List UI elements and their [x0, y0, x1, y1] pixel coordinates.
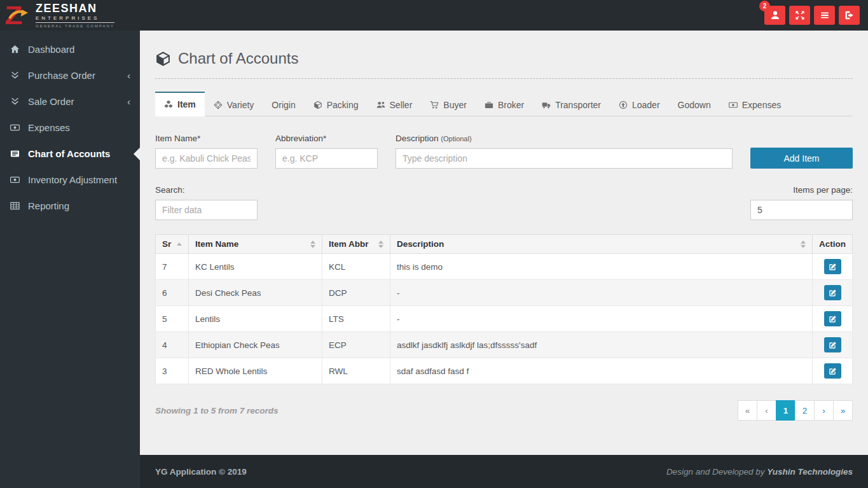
sidebar-item-expenses[interactable]: Expenses: [0, 115, 140, 141]
sort-icon[interactable]: [801, 241, 806, 248]
description-input[interactable]: [396, 148, 733, 169]
sidebar-item-chart-of-accounts[interactable]: Chart of Accounts: [0, 141, 140, 167]
sidebar-item-sale-order[interactable]: Sale Order‹: [0, 88, 140, 115]
item-name-input[interactable]: [155, 148, 258, 169]
tab-label: Transporter: [555, 100, 601, 110]
pagination: «‹12›»: [738, 400, 853, 421]
footer: YG Application © 2019 Design and Develop…: [140, 455, 868, 488]
tab-seller[interactable]: Seller: [368, 92, 422, 116]
page-header: Chart of Accounts: [155, 50, 853, 67]
topbar: Z ZEESHAN ENTERPRISES GENERAL TRADE COMP…: [0, 0, 868, 31]
cell-item-name: Ethiopian Check Peas: [189, 332, 322, 358]
sort-icon[interactable]: [378, 241, 383, 248]
column-header-sr[interactable]: Sr: [156, 235, 189, 254]
edit-item-button[interactable]: [824, 259, 841, 274]
abbreviation-input[interactable]: [275, 148, 378, 169]
edit-item-button[interactable]: [824, 285, 841, 300]
tab-buyer[interactable]: Buyer: [421, 92, 476, 116]
items-per-page-input[interactable]: [750, 200, 853, 220]
cell-description: asdlkf jasdklfj aslkdjf las;dfsssss'sadf: [390, 332, 813, 358]
brand-tagline: GENERAL TRADE COMPANY: [36, 24, 114, 28]
tab-packing[interactable]: Packing: [305, 92, 368, 116]
tab-origin[interactable]: Origin: [263, 92, 304, 116]
tab-label: Item: [177, 99, 196, 109]
grid-icon: [10, 201, 20, 211]
angles-down-icon: [10, 97, 20, 106]
pagination-page-1[interactable]: 1: [776, 400, 796, 421]
tab-expenses[interactable]: Expenses: [720, 92, 790, 116]
sidebar-item-purchase-order[interactable]: Purchase Order‹: [0, 62, 140, 88]
sidebar-item-label: Inventory Adjustment: [28, 174, 117, 185]
user-icon: [770, 10, 780, 20]
money-icon: [729, 101, 738, 109]
column-header-item-abbr[interactable]: Item Abbr: [322, 235, 390, 254]
tab-variety[interactable]: Variety: [205, 92, 263, 116]
logout-button[interactable]: [839, 6, 860, 25]
cell-sr: 7: [156, 254, 189, 280]
cell-description: -: [390, 306, 813, 332]
footer-brand: Yushin Technologies: [767, 467, 853, 477]
pagination-first[interactable]: «: [738, 400, 757, 421]
tab-broker[interactable]: Broker: [476, 92, 533, 116]
edit-item-button[interactable]: [824, 363, 841, 379]
cart-icon: [430, 101, 439, 109]
tab-label: Loader: [632, 100, 660, 110]
table-row: 6Desi Check PeasDCP-: [156, 280, 853, 306]
brand-subtitle: ENTERPRISES: [36, 15, 114, 23]
tab-transporter[interactable]: Transporter: [533, 92, 610, 116]
cell-item-abbr: ECP: [322, 332, 390, 358]
cell-sr: 5: [156, 306, 189, 332]
cell-item-abbr: LTS: [322, 306, 390, 332]
sidebar-item-label: Reporting: [28, 200, 69, 211]
description-optional-hint: (Optional): [441, 135, 471, 143]
tab-loader[interactable]: Loader: [610, 92, 669, 116]
table-row: 4Ethiopian Check PeasECPasdlkf jasdklfj …: [156, 332, 853, 358]
search-label: Search:: [155, 185, 258, 195]
cube-icon: [313, 101, 322, 109]
search-input[interactable]: [155, 200, 258, 220]
column-header-action[interactable]: Action: [813, 235, 853, 254]
menu-button[interactable]: [814, 6, 835, 25]
expand-icon: [795, 10, 805, 20]
pagination-page-2[interactable]: 2: [795, 400, 815, 421]
angles-down-icon: [10, 71, 20, 80]
fullscreen-button[interactable]: [789, 6, 810, 25]
page-title: Chart of Accounts: [178, 50, 298, 67]
sort-asc-icon[interactable]: [177, 242, 182, 246]
item-name-label: Item Name*: [155, 134, 258, 143]
pagination-next[interactable]: ›: [814, 400, 834, 421]
cell-item-abbr: RWL: [322, 358, 390, 384]
dashed-divider: [155, 78, 853, 79]
sidebar-item-label: Purchase Order: [28, 70, 95, 81]
sidebar-item-label: Sale Order: [28, 96, 74, 107]
logo-arrow-icon: [8, 8, 29, 22]
column-header-item-name[interactable]: Item Name: [189, 235, 322, 254]
diamond-icon: [214, 101, 223, 109]
edit-icon: [829, 341, 837, 349]
cell-item-name: RED Whole Lentils: [189, 358, 322, 384]
edit-icon: [829, 315, 837, 323]
home-icon: [10, 45, 20, 54]
pagination-prev[interactable]: ‹: [757, 400, 776, 421]
sidebar-item-dashboard[interactable]: Dashboard: [0, 36, 140, 62]
user-button[interactable]: 2: [764, 6, 785, 25]
tab-item[interactable]: Item: [155, 92, 205, 116]
tab-godown[interactable]: Godown: [669, 92, 720, 116]
column-header-description[interactable]: Description: [390, 235, 813, 254]
sidebar-item-inventory-adjustment[interactable]: Inventory Adjustment: [0, 167, 140, 193]
add-item-button[interactable]: Add Item: [750, 148, 853, 169]
table-row: 3RED Whole LentilsRWLsdaf asdfasd fasd f: [156, 358, 853, 384]
edit-item-button[interactable]: [824, 311, 841, 326]
items-table: SrItem NameItem AbbrDescriptionAction 7K…: [155, 234, 853, 384]
table-header-row: SrItem NameItem AbbrDescriptionAction: [156, 235, 853, 254]
cell-item-abbr: KCL: [322, 254, 390, 280]
sort-icon[interactable]: [310, 241, 315, 248]
edit-icon: [829, 367, 837, 375]
sidebar-item-reporting[interactable]: Reporting: [0, 193, 140, 219]
tab-bar: ItemVarietyOriginPackingSellerBuyerBroke…: [155, 92, 853, 116]
tab-label: Variety: [227, 100, 254, 110]
brand-logo-area[interactable]: Z ZEESHAN ENTERPRISES GENERAL TRADE COMP…: [0, 0, 140, 31]
pagination-last[interactable]: »: [833, 400, 853, 421]
edit-item-button[interactable]: [824, 337, 841, 352]
cell-description: sdaf asdfasd fasd f: [390, 358, 813, 384]
